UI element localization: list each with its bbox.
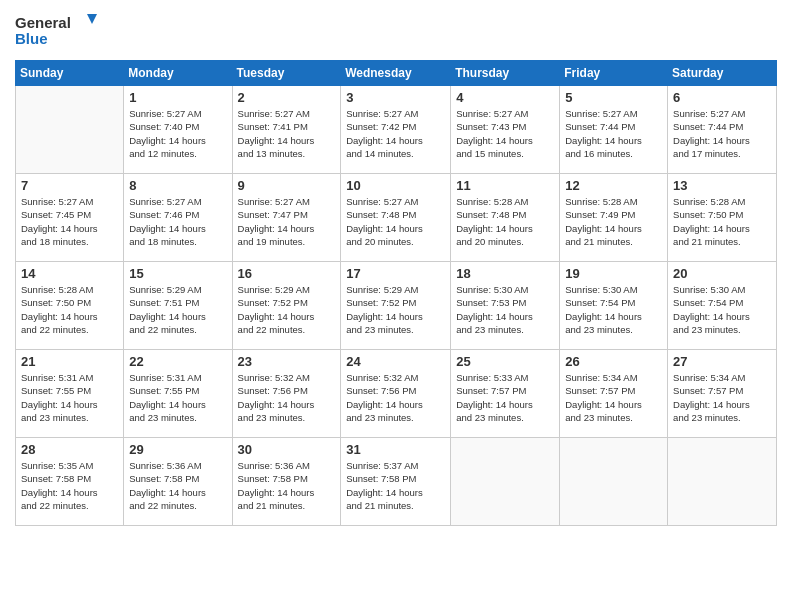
- sunrise-text: Sunrise: 5:31 AM: [21, 372, 93, 383]
- sunrise-text: Sunrise: 5:37 AM: [346, 460, 418, 471]
- day-info: Sunrise: 5:32 AMSunset: 7:56 PMDaylight:…: [238, 371, 336, 424]
- sunset-text: Sunset: 7:56 PM: [238, 385, 308, 396]
- calendar-week-row: 21Sunrise: 5:31 AMSunset: 7:55 PMDayligh…: [16, 350, 777, 438]
- sunrise-text: Sunrise: 5:30 AM: [673, 284, 745, 295]
- day-number: 6: [673, 90, 771, 105]
- daylight-minutes: and 16 minutes.: [565, 148, 633, 159]
- day-number: 25: [456, 354, 554, 369]
- day-info: Sunrise: 5:30 AMSunset: 7:54 PMDaylight:…: [565, 283, 662, 336]
- sunrise-text: Sunrise: 5:27 AM: [238, 196, 310, 207]
- day-info: Sunrise: 5:29 AMSunset: 7:52 PMDaylight:…: [346, 283, 445, 336]
- daylight-label: Daylight: 14 hours: [238, 311, 315, 322]
- daylight-minutes: and 20 minutes.: [456, 236, 524, 247]
- day-number: 16: [238, 266, 336, 281]
- day-number: 24: [346, 354, 445, 369]
- daylight-label: Daylight: 14 hours: [129, 311, 206, 322]
- daylight-label: Daylight: 14 hours: [21, 223, 98, 234]
- daylight-label: Daylight: 14 hours: [565, 311, 642, 322]
- sunrise-text: Sunrise: 5:29 AM: [129, 284, 201, 295]
- sunset-text: Sunset: 7:44 PM: [673, 121, 743, 132]
- day-info: Sunrise: 5:28 AMSunset: 7:49 PMDaylight:…: [565, 195, 662, 248]
- calendar-cell: [560, 438, 668, 526]
- calendar-cell: [668, 438, 777, 526]
- daylight-label: Daylight: 14 hours: [565, 223, 642, 234]
- daylight-minutes: and 22 minutes.: [21, 500, 89, 511]
- day-info: Sunrise: 5:36 AMSunset: 7:58 PMDaylight:…: [238, 459, 336, 512]
- calendar-cell: 26Sunrise: 5:34 AMSunset: 7:57 PMDayligh…: [560, 350, 668, 438]
- daylight-label: Daylight: 14 hours: [456, 223, 533, 234]
- daylight-minutes: and 17 minutes.: [673, 148, 741, 159]
- daylight-minutes: and 21 minutes.: [565, 236, 633, 247]
- sunset-text: Sunset: 7:58 PM: [238, 473, 308, 484]
- daylight-minutes: and 12 minutes.: [129, 148, 197, 159]
- day-header: Friday: [560, 61, 668, 86]
- sunrise-text: Sunrise: 5:29 AM: [238, 284, 310, 295]
- sunset-text: Sunset: 7:54 PM: [673, 297, 743, 308]
- day-number: 19: [565, 266, 662, 281]
- day-number: 3: [346, 90, 445, 105]
- sunrise-text: Sunrise: 5:28 AM: [21, 284, 93, 295]
- daylight-minutes: and 23 minutes.: [21, 412, 89, 423]
- calendar-cell: 6Sunrise: 5:27 AMSunset: 7:44 PMDaylight…: [668, 86, 777, 174]
- logo: General Blue: [15, 10, 105, 52]
- day-info: Sunrise: 5:27 AMSunset: 7:42 PMDaylight:…: [346, 107, 445, 160]
- sunset-text: Sunset: 7:54 PM: [565, 297, 635, 308]
- daylight-minutes: and 19 minutes.: [238, 236, 306, 247]
- daylight-minutes: and 23 minutes.: [673, 412, 741, 423]
- sunset-text: Sunset: 7:55 PM: [21, 385, 91, 396]
- daylight-minutes: and 23 minutes.: [673, 324, 741, 335]
- daylight-label: Daylight: 14 hours: [238, 399, 315, 410]
- day-info: Sunrise: 5:31 AMSunset: 7:55 PMDaylight:…: [21, 371, 118, 424]
- calendar-header-row: SundayMondayTuesdayWednesdayThursdayFrid…: [16, 61, 777, 86]
- sunset-text: Sunset: 7:41 PM: [238, 121, 308, 132]
- sunrise-text: Sunrise: 5:27 AM: [673, 108, 745, 119]
- day-info: Sunrise: 5:36 AMSunset: 7:58 PMDaylight:…: [129, 459, 226, 512]
- daylight-minutes: and 13 minutes.: [238, 148, 306, 159]
- daylight-label: Daylight: 14 hours: [21, 311, 98, 322]
- calendar-cell: 8Sunrise: 5:27 AMSunset: 7:46 PMDaylight…: [124, 174, 232, 262]
- day-info: Sunrise: 5:27 AMSunset: 7:46 PMDaylight:…: [129, 195, 226, 248]
- calendar-cell: 18Sunrise: 5:30 AMSunset: 7:53 PMDayligh…: [451, 262, 560, 350]
- day-info: Sunrise: 5:30 AMSunset: 7:54 PMDaylight:…: [673, 283, 771, 336]
- day-number: 5: [565, 90, 662, 105]
- header: General Blue: [15, 10, 777, 52]
- day-info: Sunrise: 5:31 AMSunset: 7:55 PMDaylight:…: [129, 371, 226, 424]
- sunset-text: Sunset: 7:49 PM: [565, 209, 635, 220]
- daylight-label: Daylight: 14 hours: [673, 311, 750, 322]
- calendar-cell: 10Sunrise: 5:27 AMSunset: 7:48 PMDayligh…: [341, 174, 451, 262]
- daylight-minutes: and 23 minutes.: [346, 412, 414, 423]
- day-number: 14: [21, 266, 118, 281]
- daylight-minutes: and 21 minutes.: [346, 500, 414, 511]
- sunrise-text: Sunrise: 5:30 AM: [456, 284, 528, 295]
- calendar-cell: 12Sunrise: 5:28 AMSunset: 7:49 PMDayligh…: [560, 174, 668, 262]
- calendar-cell: 2Sunrise: 5:27 AMSunset: 7:41 PMDaylight…: [232, 86, 341, 174]
- daylight-minutes: and 23 minutes.: [346, 324, 414, 335]
- calendar-cell: 7Sunrise: 5:27 AMSunset: 7:45 PMDaylight…: [16, 174, 124, 262]
- daylight-label: Daylight: 14 hours: [346, 223, 423, 234]
- sunrise-text: Sunrise: 5:28 AM: [456, 196, 528, 207]
- day-number: 12: [565, 178, 662, 193]
- sunrise-text: Sunrise: 5:27 AM: [346, 108, 418, 119]
- daylight-minutes: and 20 minutes.: [346, 236, 414, 247]
- daylight-label: Daylight: 14 hours: [565, 135, 642, 146]
- daylight-label: Daylight: 14 hours: [346, 135, 423, 146]
- calendar-cell: 27Sunrise: 5:34 AMSunset: 7:57 PMDayligh…: [668, 350, 777, 438]
- day-number: 30: [238, 442, 336, 457]
- sunset-text: Sunset: 7:48 PM: [456, 209, 526, 220]
- calendar-cell: 3Sunrise: 5:27 AMSunset: 7:42 PMDaylight…: [341, 86, 451, 174]
- svg-text:General: General: [15, 14, 71, 31]
- calendar-cell: 24Sunrise: 5:32 AMSunset: 7:56 PMDayligh…: [341, 350, 451, 438]
- day-info: Sunrise: 5:27 AMSunset: 7:47 PMDaylight:…: [238, 195, 336, 248]
- sunrise-text: Sunrise: 5:30 AM: [565, 284, 637, 295]
- calendar-cell: 31Sunrise: 5:37 AMSunset: 7:58 PMDayligh…: [341, 438, 451, 526]
- sunrise-text: Sunrise: 5:36 AM: [129, 460, 201, 471]
- day-number: 8: [129, 178, 226, 193]
- day-number: 21: [21, 354, 118, 369]
- day-info: Sunrise: 5:29 AMSunset: 7:51 PMDaylight:…: [129, 283, 226, 336]
- sunset-text: Sunset: 7:47 PM: [238, 209, 308, 220]
- calendar-cell: 1Sunrise: 5:27 AMSunset: 7:40 PMDaylight…: [124, 86, 232, 174]
- sunset-text: Sunset: 7:57 PM: [565, 385, 635, 396]
- calendar-cell: 21Sunrise: 5:31 AMSunset: 7:55 PMDayligh…: [16, 350, 124, 438]
- calendar-cell: 11Sunrise: 5:28 AMSunset: 7:48 PMDayligh…: [451, 174, 560, 262]
- daylight-label: Daylight: 14 hours: [346, 487, 423, 498]
